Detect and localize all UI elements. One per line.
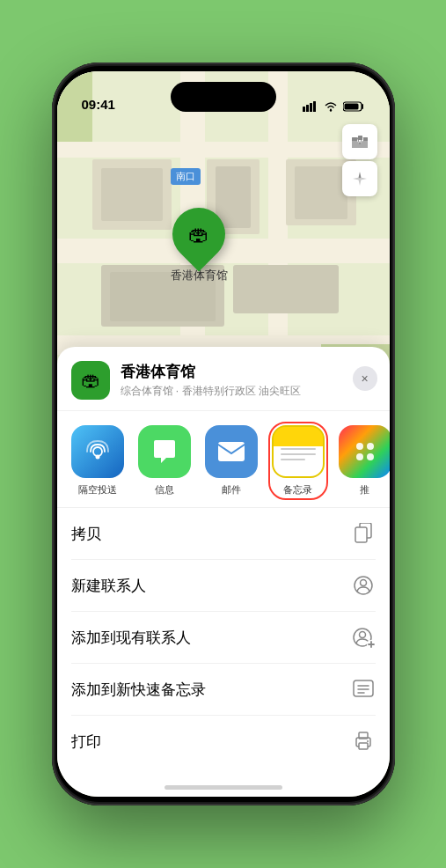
add-contact-label: 添加到现有联系人 — [71, 628, 191, 648]
action-quick-note[interactable]: 添加到新快速备忘录 — [71, 664, 376, 716]
place-name: 香港体育馆 — [121, 362, 376, 382]
copy-label: 拷贝 — [71, 524, 101, 544]
bottom-sheet: 🏟 香港体育馆 综合体育馆 · 香港特别行政区 油尖旺区 × — [57, 347, 390, 797]
map-south-label: 南口 — [171, 168, 201, 185]
airdrop-label: 隔空投送 — [78, 483, 117, 497]
wifi-icon — [324, 101, 338, 112]
action-list: 拷贝 新建联系人 — [57, 508, 390, 767]
action-print[interactable]: 打印 — [71, 716, 376, 767]
messages-label: 信息 — [155, 483, 174, 497]
phone-frame: 09:41 — [52, 63, 395, 805]
compass-icon — [351, 170, 369, 188]
dynamic-island — [171, 82, 276, 112]
phone-screen: 09:41 — [57, 71, 390, 797]
share-item-notes[interactable]: 备忘录 — [272, 425, 325, 497]
svg-point-31 — [95, 455, 99, 460]
mail-icon — [205, 425, 258, 478]
close-button[interactable]: × — [353, 366, 377, 391]
svg-point-4 — [329, 109, 331, 111]
svg-rect-48 — [359, 743, 368, 749]
svg-rect-6 — [344, 104, 358, 110]
svg-rect-21 — [233, 265, 339, 313]
share-item-more[interactable]: 推 — [339, 425, 390, 497]
home-indicator — [165, 785, 282, 790]
svg-rect-27 — [352, 137, 357, 141]
map-controls — [342, 124, 377, 196]
mail-label: 邮件 — [222, 483, 241, 497]
status-icons — [303, 101, 365, 114]
pin-circle: 🏟 — [162, 197, 237, 272]
svg-rect-1 — [306, 105, 309, 112]
svg-rect-3 — [313, 101, 316, 112]
share-item-messages[interactable]: 信息 — [138, 425, 191, 497]
svg-rect-2 — [310, 103, 312, 112]
location-pin: 🏟 香港体育馆 — [171, 208, 228, 283]
place-info: 香港体育馆 综合体育馆 · 香港特别行政区 油尖旺区 — [121, 362, 376, 399]
share-row: 隔空投送 信息 — [57, 411, 390, 508]
share-item-airdrop[interactable]: 隔空投送 — [71, 425, 124, 497]
new-contact-label: 新建联系人 — [71, 576, 146, 596]
svg-rect-29 — [363, 137, 368, 141]
copy-icon — [351, 521, 376, 546]
mail-envelope — [216, 440, 246, 463]
pin-icon: 🏟 — [188, 222, 209, 246]
svg-rect-20 — [295, 166, 347, 219]
quick-note-icon — [351, 677, 376, 702]
more-label: 推 — [360, 483, 369, 497]
svg-rect-11 — [57, 142, 390, 158]
more-icon — [339, 425, 390, 478]
svg-rect-35 — [355, 527, 367, 542]
action-add-contact[interactable]: 添加到现有联系人 — [71, 612, 376, 664]
map-type-button[interactable] — [342, 124, 377, 159]
add-contact-icon — [351, 625, 376, 650]
share-item-mail[interactable]: 邮件 — [205, 425, 258, 497]
notes-icon — [272, 425, 325, 478]
svg-rect-33 — [218, 442, 245, 461]
map-type-icon — [350, 132, 369, 151]
print-icon — [351, 729, 376, 754]
print-label: 打印 — [71, 732, 101, 752]
svg-point-37 — [360, 580, 366, 586]
airdrop-icon — [71, 425, 124, 478]
messages-bubble — [150, 438, 179, 465]
action-new-contact[interactable]: 新建联系人 — [71, 560, 376, 612]
status-time: 09:41 — [82, 97, 115, 114]
place-header: 🏟 香港体育馆 综合体育馆 · 香港特别行政区 油尖旺区 × — [57, 347, 390, 411]
quick-note-label: 添加到新快速备忘录 — [71, 680, 206, 700]
svg-point-50 — [367, 740, 369, 742]
new-contact-icon — [351, 573, 376, 598]
place-subtitle: 综合体育馆 · 香港特别行政区 油尖旺区 — [121, 384, 376, 399]
airdrop-waves — [84, 438, 112, 466]
action-copy[interactable]: 拷贝 — [71, 508, 376, 560]
svg-rect-0 — [303, 107, 305, 112]
notes-label: 备忘录 — [283, 483, 312, 497]
svg-rect-43 — [354, 680, 373, 696]
svg-rect-14 — [101, 168, 163, 221]
svg-point-39 — [359, 632, 365, 638]
messages-icon — [138, 425, 191, 478]
place-icon: 🏟 — [71, 361, 110, 400]
signal-icon — [303, 101, 318, 112]
battery-icon — [343, 101, 365, 112]
location-button[interactable] — [342, 161, 377, 196]
